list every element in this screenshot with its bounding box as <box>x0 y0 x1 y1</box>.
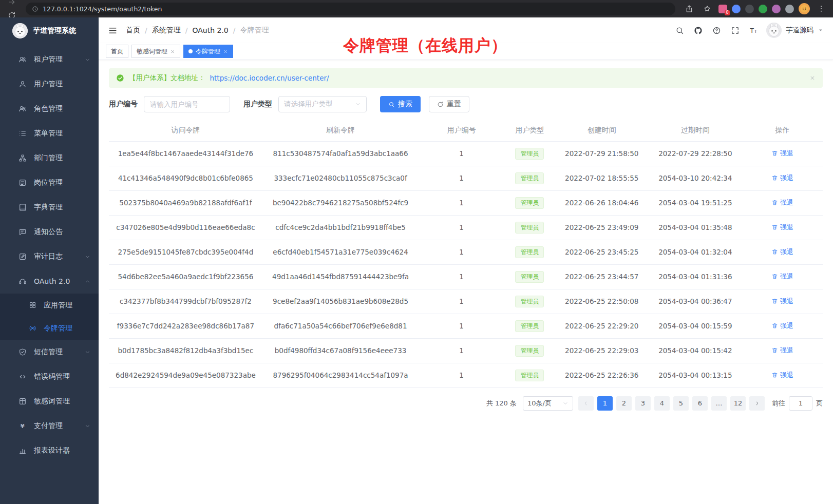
help-icon[interactable] <box>712 26 721 35</box>
app-logo[interactable]: 芋道管理系统 <box>0 17 99 44</box>
close-icon[interactable] <box>223 49 228 54</box>
reset-button[interactable]: 重置 <box>429 96 469 112</box>
force-logout-button[interactable]: 强退 <box>771 321 793 331</box>
extension-badge: 0 <box>725 10 730 15</box>
sidebar-subitem[interactable]: 令牌管理 <box>0 317 99 340</box>
page-button[interactable]: 4 <box>654 396 670 411</box>
force-logout-button[interactable]: 强退 <box>771 371 793 380</box>
page-size-select[interactable]: 10条/页 <box>523 396 573 411</box>
chevron-down-icon <box>85 423 90 429</box>
column-header: 创建时间 <box>555 120 649 141</box>
extension-multicolor[interactable] <box>772 5 781 13</box>
browser-share-icon[interactable] <box>683 2 696 15</box>
page-button[interactable]: 5 <box>673 396 689 411</box>
sidebar-item[interactable]: ¥ 支付管理 <box>0 414 99 438</box>
site-info-icon[interactable] <box>32 6 39 12</box>
page-button[interactable]: 2 <box>616 396 632 411</box>
force-logout-button[interactable]: 强退 <box>771 198 793 207</box>
browser-action-buttons: 0 <box>683 2 828 15</box>
sidebar-item[interactable]: 敏感词管理 <box>0 389 99 414</box>
breadcrumb-item[interactable]: 系统管理 <box>152 26 181 35</box>
sidebar-item[interactable]: 部门管理 <box>0 146 99 170</box>
sidebar-item[interactable]: OAuth 2.0 <box>0 269 99 294</box>
sidebar-item[interactable]: 字典管理 <box>0 195 99 220</box>
sidebar-item[interactable]: 通知公告 <box>0 220 99 244</box>
browser-forward-icon[interactable] <box>5 0 18 9</box>
user-type-label: 用户类型 <box>243 100 272 109</box>
sidebar-item[interactable]: 用户管理 <box>0 72 99 96</box>
people-icon <box>18 105 27 113</box>
user-id-cell: 1 <box>419 190 504 215</box>
extension-dark[interactable] <box>745 5 754 13</box>
search-icon <box>388 101 395 108</box>
created-time-cell: 2022-06-25 23:49:09 <box>555 215 649 240</box>
sidebar-item[interactable]: 审计日志 <box>0 244 99 269</box>
extensions-puzzle[interactable] <box>785 5 794 13</box>
force-logout-button[interactable]: 强退 <box>771 297 793 306</box>
sidebar-item[interactable]: 岗位管理 <box>0 170 99 195</box>
table-row: 502375b8040a469a9b82188afdf6af1f be90422… <box>109 190 823 215</box>
page-button[interactable]: 1 <box>597 396 613 411</box>
chevron-down-icon <box>85 57 90 63</box>
page-button[interactable]: 6 <box>692 396 708 411</box>
extension-pink[interactable]: 0 <box>718 5 727 13</box>
force-logout-button[interactable]: 强退 <box>771 173 793 183</box>
user-type-badge: 管理员 <box>515 345 544 357</box>
sidebar-item[interactable]: 菜单管理 <box>0 121 99 146</box>
extension-green[interactable] <box>759 5 767 13</box>
force-logout-button[interactable]: 强退 <box>771 272 793 281</box>
font-size-icon[interactable]: TT <box>749 26 758 35</box>
breadcrumb-item: 令牌管理 <box>240 26 269 35</box>
user-id-cell: 1 <box>419 215 504 240</box>
force-logout-button[interactable]: 强退 <box>771 223 793 232</box>
close-icon[interactable] <box>809 75 816 81</box>
tab[interactable]: 敏感词管理 <box>131 45 180 58</box>
refresh-icon <box>437 101 444 108</box>
browser-menu-icon[interactable] <box>815 2 828 15</box>
force-logout-button[interactable]: 强退 <box>771 247 793 257</box>
extension-blue[interactable] <box>732 5 741 13</box>
table-row: c347026e805e4d99b0d116eae66eda8c cdfc4ce… <box>109 215 823 240</box>
search-icon[interactable] <box>675 26 684 35</box>
tab[interactable]: 首页 <box>106 45 128 58</box>
page-content: 【用户体系】文档地址： https://doc.iocoder.cn/user-… <box>99 60 833 504</box>
user-menu[interactable]: 芋道源码 <box>766 23 824 38</box>
breadcrumb-item[interactable]: 首页 <box>126 26 140 35</box>
browser-bookmark-star-icon[interactable] <box>701 2 714 15</box>
sidebar-subitem[interactable]: 应用管理 <box>0 294 99 317</box>
browser-profile-avatar[interactable] <box>799 3 810 14</box>
breadcrumb-item[interactable]: OAuth 2.0 <box>192 26 228 34</box>
force-logout-button[interactable]: 强退 <box>771 346 793 355</box>
expire-time-cell: 2054-03-04 01:31:36 <box>649 264 742 289</box>
address-bar[interactable]: 127.0.0.1:1024/system/oauth2/token <box>26 3 675 15</box>
table-row: 41c41346a548490f9dc8b01c6bfe0865 333ecfc… <box>109 166 823 190</box>
sidebar-item[interactable]: 报表设计器 <box>0 438 99 463</box>
prev-page-button[interactable] <box>578 396 594 411</box>
sidebar-item[interactable]: 租户管理 <box>0 47 99 72</box>
search-button[interactable]: 搜索 <box>380 96 421 112</box>
table-row: b0d1785bc3a8482f812db4a3f3bd15ec b0df498… <box>109 338 823 363</box>
fullscreen-icon[interactable] <box>731 26 740 35</box>
sidebar-item[interactable]: 错误码管理 <box>0 364 99 389</box>
token-table: 访问令牌刷新令牌用户编号用户类型创建时间过期时间操作 1ea5e44f8bc14… <box>109 120 823 388</box>
chevron-down-icon <box>355 101 361 107</box>
access-token-cell: 502375b8040a469a9b82188afdf6af1f <box>109 190 262 215</box>
user-type-select[interactable]: 请选择用户类型 <box>278 96 367 112</box>
next-page-button[interactable] <box>749 396 765 411</box>
user-id-cell: 1 <box>419 314 504 338</box>
sidebar-item[interactable]: 角色管理 <box>0 96 99 121</box>
page-button[interactable]: 12 <box>730 396 746 411</box>
github-icon[interactable] <box>694 26 703 35</box>
doc-link[interactable]: https://doc.iocoder.cn/user-center/ <box>210 74 329 82</box>
select-placeholder: 请选择用户类型 <box>284 100 333 109</box>
more-pages-button[interactable]: … <box>711 396 727 411</box>
sidebar-item[interactable]: 短信管理 <box>0 340 99 364</box>
access-token-cell: 54d6be82ee5a460a9aedc1f9bf223656 <box>109 264 262 289</box>
goto-page-input[interactable] <box>789 396 812 411</box>
close-icon[interactable] <box>171 49 175 54</box>
collapse-sidebar-icon[interactable] <box>108 26 118 35</box>
tab[interactable]: 令牌管理 <box>183 45 233 58</box>
user-id-input[interactable] <box>144 96 230 112</box>
page-button[interactable]: 3 <box>635 396 651 411</box>
force-logout-button[interactable]: 强退 <box>771 149 793 158</box>
